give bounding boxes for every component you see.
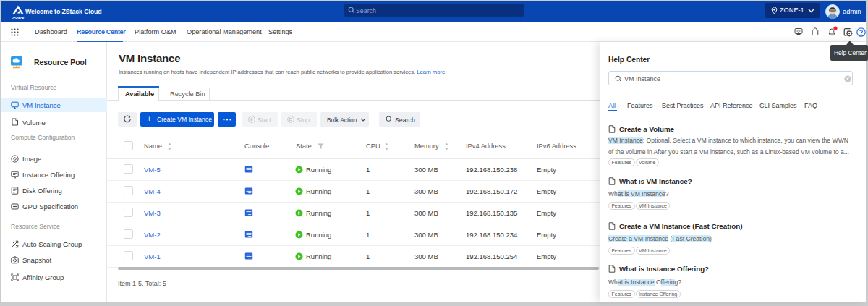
svg-text:ZStack: ZStack (12, 16, 24, 20)
